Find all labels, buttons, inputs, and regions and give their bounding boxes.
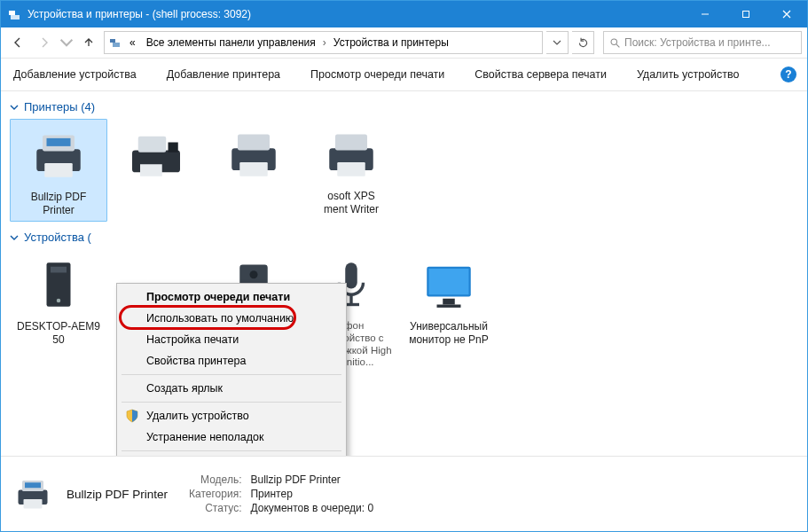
nav-up-button[interactable] [77,31,100,54]
command-toolbar: Добавление устройства Добавление принтер… [1,59,807,91]
device-item-desktop[interactable]: DESKTOP-AEM950 [10,249,107,372]
details-pane: Bullzip PDF Printer Модель: Bullzip PDF … [1,456,807,531]
refresh-button[interactable] [572,31,594,54]
breadcrumb-current[interactable]: Устройства и принтеры [330,35,452,51]
cmd-add-device[interactable]: Добавление устройства [13,68,137,81]
svg-point-29 [250,270,258,278]
chevron-down-icon [10,233,19,242]
navbar: « Все элементы панели управления › Устро… [1,27,807,59]
address-dropdown[interactable] [546,31,569,54]
menu-remove-device[interactable]: Удалить устройство [120,405,343,426]
svg-rect-39 [25,482,41,488]
device-item-bullzip[interactable]: Bullzip PDF Printer [10,119,107,222]
computer-icon [27,253,90,317]
menu-separator [122,450,341,451]
svg-rect-0 [9,11,15,15]
menu-properties[interactable]: Свойства [120,454,343,456]
cmd-server-props[interactable]: Свойства сервера печати [475,68,607,81]
svg-rect-30 [345,262,357,288]
group-header-printers[interactable]: Принтеры (4) [10,100,798,113]
group-header-devices[interactable]: Устройства ( [10,231,798,244]
svg-rect-40 [24,499,43,509]
details-model-key: Модель: [189,473,241,486]
maximize-button[interactable] [726,1,766,27]
printer-icon [27,123,90,187]
menu-create-shortcut[interactable]: Создать ярлык [120,378,343,399]
menu-troubleshoot[interactable]: Устранение неполадок [120,426,343,448]
svg-rect-25 [51,267,67,273]
device-item-fax[interactable] [107,119,205,222]
details-icon [12,473,54,515]
menu-separator [122,374,341,375]
device-item-ms-pdf[interactable] [205,119,302,222]
window-root: Устройства и принтеры - (shell process: … [0,0,808,532]
svg-rect-7 [113,43,120,47]
cmd-remove-device[interactable]: Удалить устройство [637,68,740,81]
details-properties: Модель: Bullzip PDF Printer Категория: П… [189,473,373,514]
device-item-xps[interactable]: osoft XPSment Writer [302,119,400,222]
minimize-button[interactable] [685,1,726,27]
menu-print-setup[interactable]: Настройка печати [120,329,343,350]
device-label [111,190,201,203]
printer-icon [319,122,383,186]
menu-separator [122,402,341,403]
location-icon [108,35,122,51]
svg-rect-15 [138,137,167,153]
svg-rect-17 [140,164,162,176]
cmd-add-printer[interactable]: Добавление принтера [167,68,280,81]
monitor-icon [417,253,481,317]
svg-rect-23 [337,162,365,176]
shield-icon [125,409,139,423]
svg-line-9 [616,44,619,47]
device-label: DESKTOP-AEM950 [13,320,104,347]
details-category-value: Принтер [250,488,373,500]
group-title-printers: Принтеры (4) [24,100,95,113]
search-icon [609,37,621,49]
svg-rect-20 [239,162,268,176]
nav-recent-button[interactable] [59,31,74,54]
details-name-block: Bullzip PDF Printer [67,488,168,501]
svg-rect-6 [110,39,115,43]
printers-items: Bullzip PDF Printer osoft XPSment Writer [10,119,798,222]
chevron-down-icon [10,103,19,112]
breadcrumb-root[interactable]: Все элементы панели управления [143,35,319,51]
fax-icon [124,122,188,186]
svg-rect-1 [11,15,20,20]
device-item-monitor[interactable]: Универсальный монитор не PnP [400,249,498,372]
device-label: osoft XPSment Writer [306,190,396,216]
menu-printer-props[interactable]: Свойства принтера [120,350,343,372]
titlebar-buttons [685,1,807,27]
help-icon[interactable]: ? [781,66,796,82]
svg-point-8 [611,39,617,45]
device-label: Универсальный монитор не PnP [404,320,494,347]
window-title: Устройства и принтеры - (shell process: … [27,8,685,20]
details-model-value: Bullzip PDF Printer [250,473,373,486]
search-input[interactable]: Поиск: Устройства и принте... [603,31,802,54]
cmd-view-queue[interactable]: Просмотр очереди печати [310,68,444,81]
group-title-devices: Устройства ( [24,231,91,244]
menu-remove-device-label: Удалить устройство [146,410,249,422]
context-menu: Просмотр очереди печати Использовать по … [116,283,347,456]
titlebar: Устройства и принтеры - (shell process: … [1,1,807,27]
address-bar[interactable]: « Все элементы панели управления › Устро… [104,31,543,54]
svg-rect-36 [437,305,461,308]
details-status-key: Статус: [189,502,241,514]
menu-view-queue[interactable]: Просмотр очереди печати [120,286,343,308]
svg-rect-13 [44,163,73,177]
svg-rect-34 [429,269,469,294]
window-icon [8,7,22,21]
close-button[interactable] [766,1,807,27]
details-name: Bullzip PDF Printer [67,488,168,501]
nav-forward-button[interactable] [33,31,56,54]
nav-back-button[interactable] [6,31,29,54]
device-label: Bullzip PDF Printer [14,191,103,217]
menu-set-default[interactable]: Использовать по умолчанию [120,308,343,329]
svg-rect-12 [47,138,71,146]
svg-rect-3 [743,12,749,18]
svg-rect-19 [238,135,270,151]
printer-icon [222,122,286,186]
svg-rect-16 [169,143,178,153]
svg-rect-22 [335,135,367,151]
svg-rect-35 [443,299,455,305]
breadcrumb-sep: › [323,36,326,49]
